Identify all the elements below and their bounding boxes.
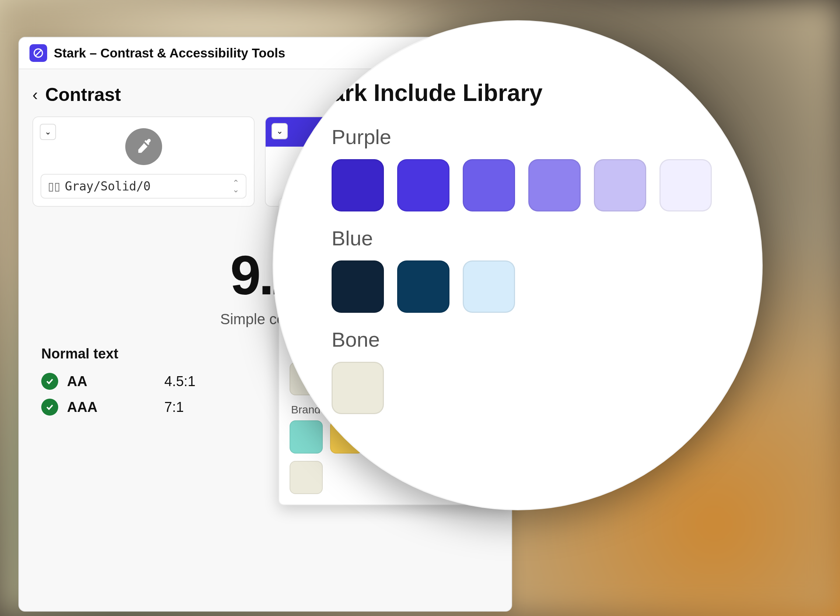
color-swatch[interactable]: [397, 159, 450, 211]
swatch-options-button[interactable]: ⌄: [271, 123, 288, 139]
page-title: Contrast: [45, 84, 121, 106]
color-swatch[interactable]: [660, 159, 712, 211]
lens-palette-group-title: Blue: [331, 226, 726, 250]
lens-palette-row: [331, 362, 726, 414]
eyedropper-button[interactable]: [125, 128, 162, 165]
wcag-level: AA: [67, 374, 111, 389]
pass-check-icon: [41, 399, 58, 416]
lens-palette-row: [331, 159, 726, 211]
foreground-swatch-card: ⌄ ▯▯ Gray/Solid/0 ⌃⌄: [32, 116, 255, 207]
color-swatch[interactable]: [331, 261, 384, 313]
color-swatch[interactable]: [290, 461, 323, 494]
color-swatch[interactable]: [331, 362, 384, 414]
stark-app-icon: [29, 44, 47, 62]
color-swatch[interactable]: [463, 261, 515, 313]
color-swatch[interactable]: [397, 261, 450, 313]
magnifier-lens: ark Include Library Purple Blue Bone: [273, 20, 762, 510]
color-swatch[interactable]: [463, 159, 515, 211]
swatch-options-button[interactable]: ⌄: [40, 124, 56, 140]
lens-palette-group-title: Purple: [331, 125, 726, 149]
lens-palette-row: [331, 261, 726, 313]
lens-palette-group-title: Bone: [331, 327, 726, 352]
updown-icon: ⌃⌄: [233, 180, 239, 193]
library-icon: ▯▯: [48, 180, 60, 193]
color-swatch[interactable]: [528, 159, 581, 211]
color-style-select[interactable]: ▯▯ Gray/Solid/0 ⌃⌄: [41, 174, 246, 199]
wcag-ratio: 4.5:1: [164, 374, 196, 389]
style-name: Gray/Solid/0: [65, 179, 228, 194]
svg-line-1: [36, 50, 41, 56]
wcag-level: AAA: [67, 399, 111, 415]
color-swatch[interactable]: [594, 159, 646, 211]
color-swatch[interactable]: [331, 159, 384, 211]
lens-library-title: ark Include Library: [331, 79, 726, 107]
back-button[interactable]: ‹: [32, 87, 38, 103]
wcag-ratio: 7:1: [164, 399, 184, 415]
pass-check-icon: [41, 373, 58, 390]
color-swatch[interactable]: [290, 420, 323, 453]
